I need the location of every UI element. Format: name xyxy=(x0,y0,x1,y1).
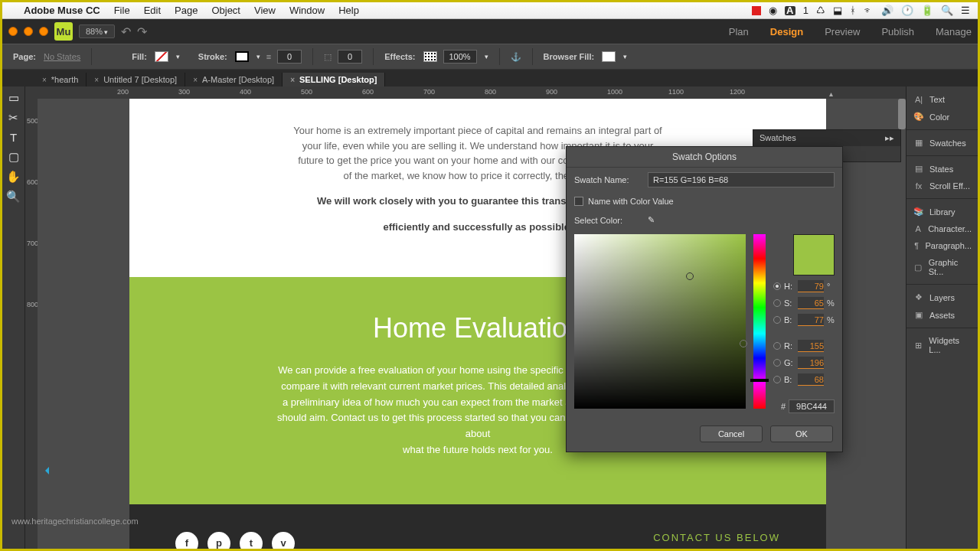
menu-page[interactable]: Page xyxy=(175,5,198,16)
g-input[interactable] xyxy=(798,357,824,369)
radio-s[interactable] xyxy=(773,299,781,307)
sv-cursor-icon xyxy=(686,272,694,280)
swatch-name-input[interactable] xyxy=(648,172,835,187)
bluetooth-icon[interactable]: ᚼ xyxy=(850,5,856,16)
radio-h[interactable] xyxy=(773,282,781,290)
effects-swatch[interactable] xyxy=(423,51,437,62)
stroke-swatch[interactable] xyxy=(235,51,249,62)
s-input[interactable] xyxy=(798,297,824,309)
stroke-weight[interactable] xyxy=(277,50,302,64)
panel-menu-icon[interactable]: ▸▸ xyxy=(885,133,894,143)
tab-preview[interactable]: Preview xyxy=(825,26,860,37)
menu-window[interactable]: Window xyxy=(289,5,325,16)
color-preview xyxy=(793,234,835,276)
battery-icon[interactable]: 🔋 xyxy=(921,5,933,16)
anchor-icon[interactable]: ⚓ xyxy=(511,52,521,62)
menu-icon[interactable]: ☰ xyxy=(961,5,970,16)
hand-tool-icon[interactable]: ✋ xyxy=(6,170,21,184)
panel-graphic-styles[interactable]: ▢Graphic St... xyxy=(906,254,978,280)
crop-tool-icon[interactable]: ✂ xyxy=(8,111,18,125)
vertical-scrollbar[interactable] xyxy=(898,99,906,129)
text-tool-icon[interactable]: T xyxy=(10,131,17,144)
stroke-weight-icon: ≡ xyxy=(266,52,271,61)
doc-tab-3[interactable]: ×SELLING [Desktop] xyxy=(283,73,385,86)
window-close[interactable] xyxy=(8,27,18,36)
panel-scroll-effects[interactable]: fxScroll Eff... xyxy=(906,178,978,194)
eyedropper-icon[interactable]: ✎ xyxy=(648,215,655,225)
vimeo-icon[interactable]: v xyxy=(272,532,295,551)
page-state-select[interactable]: No States xyxy=(44,52,80,61)
menu-help[interactable]: Help xyxy=(338,5,359,16)
text-panel-icon: A| xyxy=(913,95,925,104)
radio-r[interactable] xyxy=(773,342,781,350)
doc-tab-2[interactable]: ×A-Master [Desktop] xyxy=(185,73,283,86)
corner-radius[interactable] xyxy=(338,50,362,64)
ok-button[interactable]: OK xyxy=(770,425,833,442)
panel-widgets[interactable]: ⊞Widgets L... xyxy=(906,332,978,358)
guide-marker-icon[interactable] xyxy=(41,467,49,474)
radio-b[interactable] xyxy=(773,316,781,324)
panel-color[interactable]: 🎨Color xyxy=(906,108,978,126)
cancel-button[interactable]: Cancel xyxy=(700,425,763,442)
wifi-icon[interactable]: ᯤ xyxy=(864,5,874,16)
r-input[interactable] xyxy=(798,340,824,352)
twitter-icon[interactable]: t xyxy=(240,532,263,551)
tab-manage[interactable]: Manage xyxy=(936,26,972,37)
cc-icon[interactable]: ◉ xyxy=(769,5,777,16)
app-logo-icon: Mu xyxy=(54,22,73,41)
h-input[interactable] xyxy=(798,280,824,292)
pinterest-icon[interactable]: p xyxy=(207,532,230,551)
menu-file[interactable]: File xyxy=(114,5,130,16)
doc-tab-0[interactable]: ×*hearth xyxy=(34,73,87,86)
selection-tool-icon[interactable]: ▭ xyxy=(8,91,19,105)
panel-paragraph[interactable]: ¶Paragraph... xyxy=(906,237,978,254)
opacity-field[interactable] xyxy=(443,50,477,64)
record-icon[interactable] xyxy=(752,6,761,15)
facebook-icon[interactable]: f xyxy=(175,532,198,551)
panel-text[interactable]: A|Text xyxy=(906,91,978,108)
clock-icon[interactable]: 🕐 xyxy=(901,5,913,16)
fill-label: Fill: xyxy=(132,52,147,61)
menu-object[interactable]: Object xyxy=(211,5,240,16)
zoom-select[interactable]: 88%▾ xyxy=(79,24,115,38)
watermark: www.heritagechristiancollege.com xyxy=(11,517,139,526)
radio-bb[interactable] xyxy=(773,376,781,383)
panel-states[interactable]: ▤States xyxy=(906,160,978,178)
panel-character[interactable]: ACharacter... xyxy=(906,220,978,237)
doc-tab-1[interactable]: ×Untitled 7 [Desktop] xyxy=(87,73,185,86)
tab-publish[interactable]: Publish xyxy=(881,26,914,37)
b-input[interactable] xyxy=(798,314,824,326)
browser-fill-swatch[interactable] xyxy=(602,51,616,62)
panel-assets[interactable]: ▣Assets xyxy=(906,306,978,324)
effects-label: Effects: xyxy=(384,52,415,61)
panel-library[interactable]: 📚Library xyxy=(906,203,978,220)
sync-icon[interactable]: ♺ xyxy=(816,5,825,16)
window-max[interactable] xyxy=(39,27,48,36)
redo-icon[interactable]: ↷ xyxy=(137,24,147,39)
menu-edit[interactable]: Edit xyxy=(144,5,161,16)
panel-layers[interactable]: ❖Layers xyxy=(906,289,978,306)
bb-input[interactable] xyxy=(798,373,824,386)
name-with-value-checkbox[interactable] xyxy=(574,197,583,206)
saturation-value-picker[interactable] xyxy=(574,234,746,409)
adobe-icon[interactable]: A xyxy=(785,6,795,15)
dropbox-icon[interactable]: ⬓ xyxy=(833,5,842,16)
volume-icon[interactable]: 🔊 xyxy=(881,5,893,16)
window-min[interactable] xyxy=(24,27,33,36)
undo-icon[interactable]: ↶ xyxy=(121,24,131,39)
fill-swatch[interactable] xyxy=(155,51,168,62)
panel-swatches[interactable]: ▦Swatches xyxy=(906,134,978,152)
tab-design[interactable]: Design xyxy=(770,26,803,37)
right-panel-column: A|Text 🎨Color ▦Swatches ▤States fxScroll… xyxy=(906,86,978,551)
contact-heading: CONTACT US BELOW xyxy=(653,532,780,543)
scroll-up-icon[interactable]: ▴ xyxy=(829,90,833,98)
hue-slider[interactable] xyxy=(753,234,766,409)
zoom-tool-icon[interactable]: 🔍 xyxy=(6,190,21,204)
horizontal-ruler: 200 300 400 500 600 700 800 900 1000 110… xyxy=(25,86,906,99)
rectangle-tool-icon[interactable]: ▢ xyxy=(8,150,19,164)
radio-g[interactable] xyxy=(773,359,781,367)
menu-view[interactable]: View xyxy=(254,5,276,16)
hex-input[interactable] xyxy=(789,399,835,413)
search-icon[interactable]: 🔍 xyxy=(941,5,953,16)
tab-plan[interactable]: Plan xyxy=(729,26,749,37)
